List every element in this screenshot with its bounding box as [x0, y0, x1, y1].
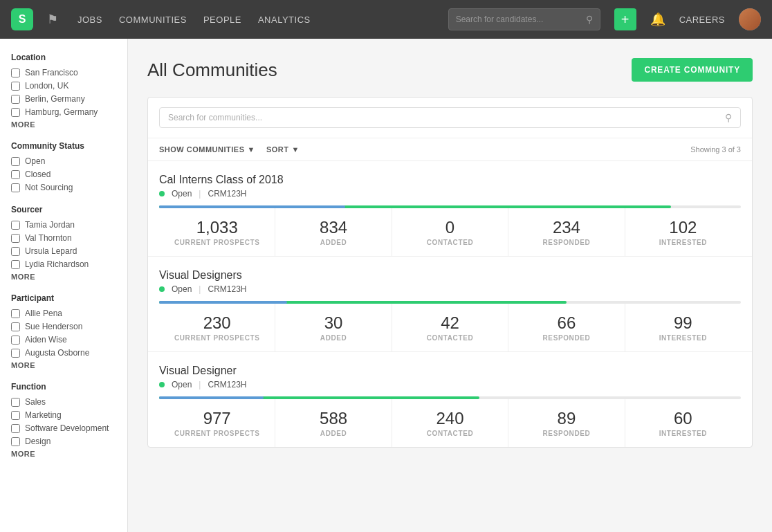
show-communities-chevron-icon: ▼ [248, 145, 255, 154]
communities-list: Cal Interns Class of 2018 Open | CRM123H… [148, 161, 752, 447]
function-sales[interactable]: Sales [11, 397, 116, 407]
participant-more-button[interactable]: MORE [11, 361, 116, 369]
sourcer-lydia[interactable]: Lydia Richardson [11, 259, 116, 269]
participant-aiden[interactable]: Aiden Wise [11, 335, 116, 345]
community-crm: CRM123H [208, 380, 246, 389]
location-berlin[interactable]: Berlin, Germany [11, 94, 116, 104]
location-london[interactable]: London, UK [11, 81, 116, 91]
nav-communities[interactable]: COMMUNITIES [119, 15, 187, 25]
stat-label: ADDED [275, 430, 391, 437]
stat-label: CURRENT PROSPECTS [159, 430, 275, 437]
sourcer-ursula[interactable]: Ursula Lepard [11, 246, 116, 256]
function-design-checkbox[interactable] [11, 437, 20, 446]
status-not-sourcing-checkbox[interactable] [11, 183, 20, 192]
sourcer-lydia-label: Lydia Richardson [25, 259, 89, 269]
function-more-button[interactable]: MORE [11, 450, 116, 458]
participant-sue-label: Sue Henderson [25, 322, 82, 331]
stats-row: 230 CURRENT PROSPECTS 30 ADDED 42 CONTAC… [159, 304, 741, 351]
location-more-button[interactable]: MORE [11, 120, 116, 129]
sourcer-ursula-checkbox[interactable] [11, 247, 20, 256]
nav-careers[interactable]: CAREERS [679, 15, 725, 25]
main-header: All Communities CREATE COMMUNITY [147, 58, 753, 82]
community-name[interactable]: Cal Interns Class of 2018 [159, 174, 741, 186]
stat-number: 234 [508, 218, 624, 237]
status-closed[interactable]: Closed [11, 169, 116, 179]
sourcer-tamia[interactable]: Tamia Jordan [11, 220, 116, 230]
stat-number: 240 [392, 409, 508, 428]
progress-bar-container [159, 301, 741, 304]
logo[interactable]: S [11, 8, 33, 30]
stat-label: CURRENT PROSPECTS [159, 239, 275, 246]
location-hamburg[interactable]: Hamburg, Germany [11, 107, 116, 117]
bookmark-icon[interactable]: ⚑ [47, 12, 58, 27]
location-san-francisco[interactable]: San Francisco [11, 68, 116, 77]
location-hamburg-checkbox[interactable] [11, 108, 20, 117]
sourcer-lydia-checkbox[interactable] [11, 260, 20, 269]
stat-number: 99 [625, 313, 741, 333]
participant-allie-checkbox[interactable] [11, 309, 20, 318]
stat-number: 1,033 [159, 218, 275, 237]
add-button[interactable]: + [614, 8, 636, 30]
status-open-checkbox[interactable] [11, 157, 20, 166]
stat-cell: 240 CONTACTED [392, 399, 508, 447]
community-card[interactable]: Cal Interns Class of 2018 Open | CRM123H… [148, 161, 752, 257]
sort-label: SORT [266, 145, 289, 154]
nav-jobs[interactable]: JOBS [77, 15, 102, 25]
participant-aiden-checkbox[interactable] [11, 336, 20, 345]
page-title: All Communities [147, 59, 277, 81]
nav-analytics[interactable]: ANALYTICS [258, 15, 311, 25]
community-card[interactable]: Visual Designers Open | CRM123H 230 CURR… [148, 257, 752, 352]
function-marketing-checkbox[interactable] [11, 411, 20, 420]
participant-sue-checkbox[interactable] [11, 322, 20, 331]
main-content: All Communities CREATE COMMUNITY ⚲ SHOW … [128, 39, 772, 532]
status-open-label: Open [25, 156, 45, 166]
stat-cell: 30 ADDED [275, 304, 392, 351]
function-marketing[interactable]: Marketing [11, 410, 116, 420]
user-avatar[interactable] [739, 8, 761, 30]
stat-label: CONTACTED [392, 239, 508, 246]
status-closed-checkbox[interactable] [11, 170, 20, 179]
search-input[interactable] [456, 15, 582, 24]
community-crm: CRM123H [208, 189, 246, 199]
location-berlin-checkbox[interactable] [11, 95, 20, 104]
participant-title: Participant [11, 293, 116, 303]
community-search-input[interactable] [168, 113, 719, 122]
status-open[interactable]: Open [11, 156, 116, 166]
create-community-button[interactable]: CREATE COMMUNITY [632, 58, 753, 82]
function-software-dev[interactable]: Software Development [11, 423, 116, 433]
community-name[interactable]: Visual Designers [159, 269, 741, 282]
function-title: Function [11, 382, 116, 392]
participant-allie[interactable]: Allie Pena [11, 309, 116, 318]
participant-augusta-checkbox[interactable] [11, 349, 20, 358]
location-london-checkbox[interactable] [11, 82, 20, 91]
function-design[interactable]: Design [11, 437, 116, 446]
sourcer-val[interactable]: Val Thornton [11, 233, 116, 243]
location-filter-title: Location [11, 53, 116, 62]
sourcer-val-checkbox[interactable] [11, 234, 20, 243]
community-search-wrap[interactable]: ⚲ [159, 107, 741, 128]
location-sf-checkbox[interactable] [11, 68, 20, 77]
avatar-image [739, 8, 761, 30]
nav-people[interactable]: PEOPLE [203, 15, 241, 25]
community-status: Open [172, 284, 192, 294]
stat-number: 30 [275, 313, 391, 333]
function-filter-section: Function Sales Marketing Software Develo… [11, 382, 116, 458]
stat-cell: 234 RESPONDED [508, 208, 625, 256]
location-hamburg-label: Hamburg, Germany [25, 107, 98, 117]
participant-sue[interactable]: Sue Henderson [11, 322, 116, 331]
community-card[interactable]: Visual Designer Open | CRM123H 977 CURRE… [148, 352, 752, 447]
function-software-dev-checkbox[interactable] [11, 424, 20, 433]
global-search[interactable]: ⚲ [448, 8, 600, 30]
search-icon: ⚲ [586, 14, 593, 25]
sourcer-more-button[interactable]: MORE [11, 273, 116, 281]
show-communities-button[interactable]: SHOW COMMUNITIES ▼ [159, 145, 255, 154]
status-not-sourcing[interactable]: Not Sourcing [11, 183, 116, 192]
community-name[interactable]: Visual Designer [159, 365, 741, 377]
progress-bar-container [159, 205, 741, 208]
sort-button[interactable]: SORT ▼ [266, 145, 300, 154]
function-sales-checkbox[interactable] [11, 398, 20, 407]
sourcer-title: Sourcer [11, 205, 116, 214]
notifications-bell-icon[interactable]: 🔔 [650, 12, 665, 27]
participant-augusta[interactable]: Augusta Osborne [11, 348, 116, 358]
sourcer-tamia-checkbox[interactable] [11, 221, 20, 230]
